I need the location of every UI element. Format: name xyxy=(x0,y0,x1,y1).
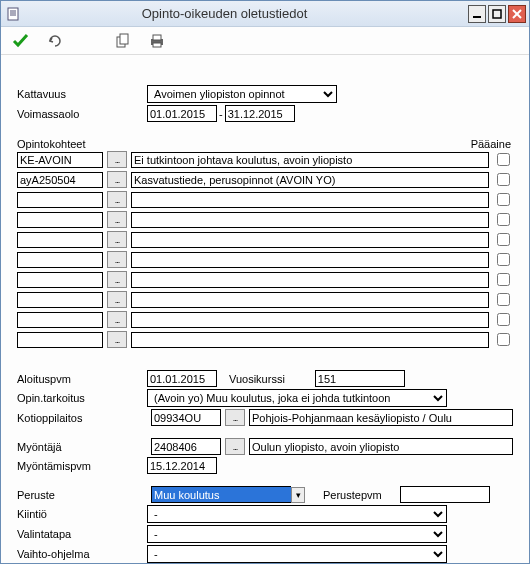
opintokohde-browse-button[interactable]: ... xyxy=(107,271,127,288)
label-opin-tarkoitus: Opin.tarkoitus xyxy=(17,392,147,404)
myontaja-name-input[interactable] xyxy=(249,438,513,455)
print-button[interactable] xyxy=(147,31,167,51)
perustepvm-input[interactable] xyxy=(400,486,490,503)
table-row: ... xyxy=(17,310,513,329)
table-row: ... xyxy=(17,250,513,269)
label-perustepvm: Perustepvm xyxy=(323,489,382,501)
voimassa-loppu-input[interactable] xyxy=(225,105,295,122)
paaaine-checkbox[interactable] xyxy=(497,213,510,226)
form-content: Kattavuus Avoimen yliopiston opinnot Voi… xyxy=(1,55,529,564)
opintokohde-code-input[interactable] xyxy=(17,292,103,308)
undo-button[interactable] xyxy=(45,31,65,51)
opintokohde-browse-button[interactable]: ... xyxy=(107,151,127,168)
kotioppilaitos-browse-button[interactable]: ... xyxy=(225,409,245,426)
label-myontamispvm: Myöntämispvm xyxy=(17,460,147,472)
opin-tarkoitus-select[interactable]: (Avoin yo) Muu koulutus, joka ei johda t… xyxy=(147,389,447,407)
toolbar xyxy=(1,27,529,55)
paaaine-checkbox[interactable] xyxy=(497,333,510,346)
opintokohde-code-input[interactable] xyxy=(17,152,103,168)
kattavuus-select[interactable]: Avoimen yliopiston opinnot xyxy=(147,85,337,103)
opintokohde-desc-input[interactable] xyxy=(131,272,489,288)
opintokohde-code-input[interactable] xyxy=(17,312,103,328)
col-header-opintokohteet: Opintokohteet xyxy=(17,138,107,150)
opintokohde-browse-button[interactable]: ... xyxy=(107,211,127,228)
accept-button[interactable] xyxy=(11,31,31,51)
copy-button[interactable] xyxy=(113,31,133,51)
paaaine-checkbox[interactable] xyxy=(497,153,510,166)
table-row: ... xyxy=(17,290,513,309)
opintokohde-desc-input[interactable] xyxy=(131,332,489,348)
opintokohde-code-input[interactable] xyxy=(17,252,103,268)
myontaja-code-input[interactable] xyxy=(151,438,221,455)
kotioppilaitos-name-input[interactable] xyxy=(249,409,513,426)
titlebar: Opinto-oikeuden oletustiedot xyxy=(1,1,529,27)
opintokohde-desc-input[interactable] xyxy=(131,172,489,188)
paaaine-checkbox[interactable] xyxy=(497,313,510,326)
vuosikurssi-input[interactable] xyxy=(315,370,405,387)
minimize-button[interactable] xyxy=(468,5,486,23)
opintokohde-code-input[interactable] xyxy=(17,192,103,208)
opintokohde-desc-input[interactable] xyxy=(131,212,489,228)
opintokohde-browse-button[interactable]: ... xyxy=(107,311,127,328)
opintokohde-desc-input[interactable] xyxy=(131,192,489,208)
svg-rect-11 xyxy=(153,35,161,40)
label-aloituspvm: Aloituspvm xyxy=(17,373,147,385)
table-row: ... xyxy=(17,230,513,249)
opintokohde-browse-button[interactable]: ... xyxy=(107,251,127,268)
valintatapa-select[interactable]: - xyxy=(147,525,447,543)
label-voimassaolo: Voimassaolo xyxy=(17,108,147,120)
date-separator: - xyxy=(219,108,223,120)
opintokohde-code-input[interactable] xyxy=(17,172,103,188)
col-header-paaaine: Pääaine xyxy=(463,138,513,150)
label-myontaja: Myöntäjä xyxy=(17,441,147,453)
kotioppilaitos-code-input[interactable] xyxy=(151,409,221,426)
paaaine-checkbox[interactable] xyxy=(497,273,510,286)
label-valintatapa: Valintatapa xyxy=(17,528,147,540)
opintokohde-code-input[interactable] xyxy=(17,332,103,348)
aloituspvm-input[interactable] xyxy=(147,370,217,387)
opintokohde-code-input[interactable] xyxy=(17,212,103,228)
opintokohde-browse-button[interactable]: ... xyxy=(107,291,127,308)
paaaine-checkbox[interactable] xyxy=(497,193,510,206)
opintokohde-desc-input[interactable] xyxy=(131,152,489,168)
svg-rect-12 xyxy=(153,43,161,47)
table-row: ... xyxy=(17,330,513,349)
window-buttons xyxy=(468,5,529,23)
label-vuosikurssi: Vuosikurssi xyxy=(229,373,285,385)
table-row: ... xyxy=(17,270,513,289)
dialog-window: Opinto-oikeuden oletustiedot Kattavuus A… xyxy=(0,0,530,564)
maximize-button[interactable] xyxy=(488,5,506,23)
opintokohde-desc-input[interactable] xyxy=(131,232,489,248)
label-vaihto-ohjelma: Vaihto-ohjelma xyxy=(17,548,147,560)
svg-rect-9 xyxy=(120,34,128,44)
opintokohde-browse-button[interactable]: ... xyxy=(107,331,127,348)
table-row: ... xyxy=(17,210,513,229)
kiintio-select[interactable]: - xyxy=(147,505,447,523)
label-peruste: Peruste xyxy=(17,489,147,501)
window-title: Opinto-oikeuden oletustiedot xyxy=(0,6,468,21)
opintokohde-browse-button[interactable]: ... xyxy=(107,191,127,208)
paaaine-checkbox[interactable] xyxy=(497,253,510,266)
label-kotioppilaitos: Kotioppilaitos xyxy=(17,412,147,424)
opintokohde-desc-input[interactable] xyxy=(131,252,489,268)
label-kattavuus: Kattavuus xyxy=(17,88,147,100)
table-row: ... xyxy=(17,190,513,209)
paaaine-checkbox[interactable] xyxy=(497,293,510,306)
opintokohde-desc-input[interactable] xyxy=(131,312,489,328)
myontamispvm-input[interactable] xyxy=(147,457,217,474)
table-row: ... xyxy=(17,170,513,189)
peruste-select[interactable] xyxy=(151,486,291,503)
opintokohde-code-input[interactable] xyxy=(17,272,103,288)
peruste-dropdown-icon[interactable]: ▾ xyxy=(291,487,305,503)
paaaine-checkbox[interactable] xyxy=(497,233,510,246)
svg-rect-5 xyxy=(493,10,501,18)
opintokohde-desc-input[interactable] xyxy=(131,292,489,308)
opintokohde-code-input[interactable] xyxy=(17,232,103,248)
close-button[interactable] xyxy=(508,5,526,23)
myontaja-browse-button[interactable]: ... xyxy=(225,438,245,455)
paaaine-checkbox[interactable] xyxy=(497,173,510,186)
vaihto-ohjelma-select[interactable]: - xyxy=(147,545,447,563)
opintokohde-browse-button[interactable]: ... xyxy=(107,171,127,188)
opintokohde-browse-button[interactable]: ... xyxy=(107,231,127,248)
voimassa-alku-input[interactable] xyxy=(147,105,217,122)
